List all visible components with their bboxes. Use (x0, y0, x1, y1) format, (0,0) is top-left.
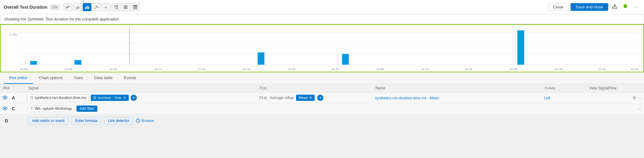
row-a-signal-row: synthetics.run.duration.time.ms success … (27, 94, 254, 101)
row-a-letter: A (12, 95, 15, 100)
th-yaxis: Y-Axis (542, 84, 586, 93)
tab-axes[interactable]: Axes (68, 72, 89, 84)
svg-rect-49 (517, 30, 524, 65)
svg-point-56 (4, 108, 6, 109)
svg-rect-13 (124, 7, 127, 7)
row-a-metric-chip[interactable]: synthetics.run.duration.time.ms (27, 94, 89, 101)
add-metric-button[interactable]: Add metric or event (28, 117, 68, 125)
plot-editor-panel: Plot Signal F(x) Name Y-Axis View Signal… (0, 84, 644, 128)
chart-area: 1.1m 15:28 15:29 15:30 15:31 15:32 15:33… (0, 24, 644, 72)
table-row: C WA--splunk-Workshop Add filter (0, 103, 644, 114)
row-c-actions: ··· (589, 106, 642, 111)
table-row-d: D Add metric or event Enter formula Link… (0, 114, 644, 128)
row-a-add-filter-btn[interactable]: + (131, 95, 137, 101)
chart-title: Overall Test Duration (4, 5, 48, 10)
chart-type-bar[interactable] (83, 3, 91, 11)
th-signal: Signal (25, 84, 257, 93)
row-c-workshop-chip[interactable]: WA--splunk-Workshop (27, 105, 74, 112)
svg-rect-14 (124, 8, 127, 9)
svg-text:1.1m: 1.1m (9, 33, 17, 36)
top-bar: Overall Test Duration 10s 4 (0, 0, 644, 14)
chart-type-scatter[interactable] (92, 3, 101, 11)
more-options-icon[interactable]: ··· (632, 4, 640, 11)
svg-point-3 (95, 7, 96, 8)
row-d-actions-cell: Add metric or event Enter formula Link d… (25, 114, 644, 128)
svg-text:15:29: 15:29 (64, 67, 72, 71)
share-icon[interactable] (611, 3, 619, 11)
chart-type-selector: 4 (63, 3, 548, 11)
row-c-more-icon[interactable]: ··· (638, 106, 642, 111)
row-a-add-fx-btn[interactable]: + (317, 95, 323, 101)
chart-type-area[interactable] (73, 3, 82, 11)
chart-type-number[interactable]: 4 (102, 3, 111, 11)
row-a-aggregation: Mean (299, 96, 308, 100)
row-a-metric-name: synthetics.run.duration.time.ms (35, 96, 86, 100)
row-a-actions-cell: ⚙ ··· (586, 93, 644, 103)
svg-rect-1 (87, 6, 88, 9)
row-a-filter-remove[interactable]: ✕ (123, 96, 126, 100)
row-a-rollup[interactable]: Average rollup (270, 96, 294, 100)
svg-text:15:34: 15:34 (288, 67, 295, 71)
row-a-fx-cell: 23 ts Average rollup Mean ✕ + (257, 93, 372, 103)
row-a-settings-icon[interactable]: ⚙ (632, 95, 637, 100)
svg-text:15:28: 15:28 (20, 67, 28, 71)
svg-text:15:41: 15:41 (598, 67, 606, 71)
svg-rect-11 (116, 7, 118, 9)
tab-plot-editor[interactable]: Plot editor (4, 72, 33, 84)
row-a-mean-remove[interactable]: ✕ (309, 96, 312, 100)
row-a-more-icon[interactable]: ··· (638, 95, 642, 100)
description-bar: Showing the Synthetic Test duration for … (0, 14, 644, 24)
row-c-visibility-toggle[interactable] (2, 106, 7, 111)
svg-rect-2 (88, 7, 89, 9)
row-a-filter-val: true (115, 96, 121, 100)
chart-type-table[interactable] (131, 3, 140, 11)
svg-rect-0 (85, 7, 86, 9)
svg-rect-47 (257, 52, 264, 65)
svg-point-5 (98, 7, 99, 8)
svg-point-51 (4, 97, 6, 98)
enter-formula-button[interactable]: Enter formula (71, 117, 101, 125)
tab-events[interactable]: Events (118, 72, 142, 84)
table-header-row: Plot Signal F(x) Name Y-Axis View Signal… (0, 84, 644, 93)
row-a-visibility-toggle[interactable] (2, 95, 7, 100)
svg-text:15:36: 15:36 (376, 67, 384, 71)
tab-data-table[interactable]: Data table (89, 72, 118, 84)
chart-svg: 1.1m 15:28 15:29 15:30 15:31 15:32 15:33… (1, 25, 643, 72)
th-plot: Plot (0, 84, 25, 93)
row-c-plot-cell: C (0, 103, 25, 114)
svg-text:15:39: 15:39 (510, 67, 517, 71)
svg-rect-9 (116, 5, 118, 7)
th-fx: F(x) (257, 84, 372, 93)
svg-text:15:37: 15:37 (421, 67, 429, 71)
row-a-filter-key: success (98, 96, 111, 100)
tabs-bar: Plot editor Chart options Axes Data tabl… (0, 72, 644, 84)
row-a-yaxis-link[interactable]: Left (544, 96, 550, 100)
row-a-filter-chip[interactable]: success : true ✕ (91, 95, 128, 101)
chart-type-line[interactable] (63, 3, 72, 11)
row-a-actions: ⚙ ··· (589, 95, 642, 100)
chart-type-heatmap[interactable] (112, 3, 120, 11)
row-c-fx-cell (257, 103, 372, 114)
row-c-add-filter-btn[interactable]: Add filter (76, 106, 97, 112)
row-a-plot-cell: A (0, 93, 25, 103)
svg-rect-46 (75, 60, 81, 65)
svg-text:15:35: 15:35 (331, 67, 339, 71)
row-a-name-link[interactable]: synthetics.run.duration.time.ms - Mean (375, 96, 439, 100)
svg-rect-52 (30, 97, 33, 99)
link-detector-button[interactable]: Link detector (104, 117, 133, 125)
svg-text:15:38: 15:38 (465, 67, 472, 71)
svg-text:15:42: 15:42 (631, 67, 638, 71)
save-close-button[interactable]: Save and close (571, 3, 608, 11)
browse-link[interactable]: Browse (136, 119, 154, 123)
close-button[interactable]: Close (549, 3, 568, 11)
tab-chart-options[interactable]: Chart options (33, 72, 68, 84)
notification-icon[interactable] (621, 3, 629, 11)
svg-text:15:31: 15:31 (154, 67, 162, 71)
row-a-mean-chip[interactable]: Mean ✕ (296, 95, 315, 101)
row-c-yaxis-cell (542, 103, 586, 114)
svg-rect-10 (114, 7, 116, 9)
svg-rect-45 (30, 61, 37, 65)
chart-type-list[interactable] (121, 3, 130, 11)
row-c-letter: C (12, 106, 15, 111)
svg-rect-23 (625, 7, 626, 8)
